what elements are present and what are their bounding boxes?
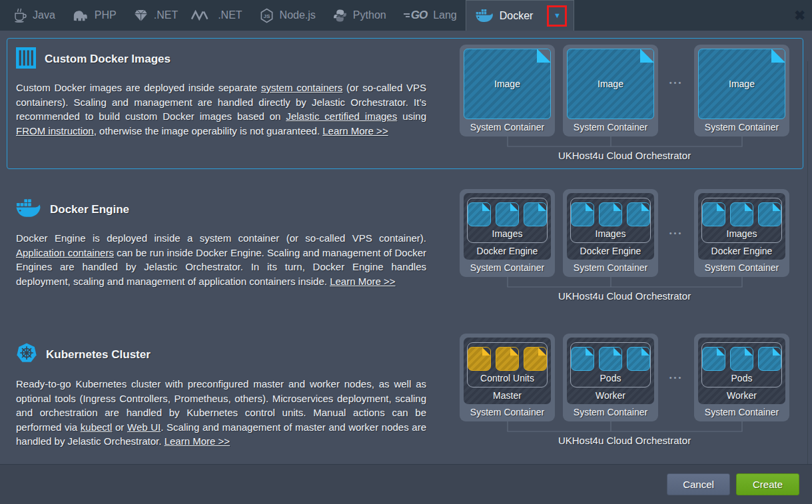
- tab-docker[interactable]: Docker ▼: [466, 0, 575, 31]
- tab-label: Node.js: [280, 9, 316, 21]
- tab-label: .NET: [218, 9, 242, 21]
- orchestrator-bracket: [507, 277, 743, 288]
- option-custom-docker-images[interactable]: Custom Docker Images Custom Docker image…: [7, 38, 803, 169]
- image-file-icon: [571, 202, 594, 226]
- text-link[interactable]: Web UI: [127, 421, 161, 433]
- image-file-icon: [496, 202, 519, 226]
- php-elephant-icon: [73, 9, 89, 22]
- image-file-icon: [599, 202, 622, 226]
- tab-label: .NET: [154, 9, 178, 21]
- close-icon[interactable]: ✖: [794, 7, 805, 23]
- text-run: or: [112, 421, 127, 433]
- runtime-tab-bar: Java PHP .NET: [0, 0, 812, 31]
- docker-engine-diagram: Images Docker Engine System Container: [459, 189, 790, 331]
- worker-node-box: Pods Worker: [567, 338, 654, 404]
- system-container-card: Pods Worker System Container: [563, 334, 658, 421]
- tab-dotnet[interactable]: .NET: [187, 0, 250, 31]
- chevron-down-icon[interactable]: ▼: [554, 12, 561, 19]
- image-file-icon: [702, 202, 725, 226]
- tab-label: Lang: [433, 9, 457, 21]
- tab-nodejs[interactable]: JS Node.js: [251, 0, 324, 31]
- control-unit-file-icon: [496, 347, 519, 371]
- text-link[interactable]: Learn More >>: [165, 435, 230, 447]
- custom-images-diagram: Image System Container Image System Cont…: [459, 45, 790, 168]
- section-title: Kubernetes Cluster: [46, 348, 151, 362]
- ellipsis-dots: •••: [666, 229, 686, 237]
- image-file-icon: [468, 202, 491, 226]
- system-container-card: Images Docker Engine System Container: [460, 189, 555, 277]
- section-title: Custom Docker Images: [45, 53, 171, 66]
- text-link[interactable]: Application containers: [16, 247, 114, 258]
- image-file-icon: [524, 202, 547, 226]
- section-description: Custom Docker images are deployed inside…: [16, 81, 426, 138]
- svg-text:JS: JS: [263, 13, 270, 19]
- create-button[interactable]: Create: [736, 473, 799, 495]
- page-fold-icon: [771, 49, 785, 63]
- tab-label: Java: [33, 9, 55, 21]
- docker-engine-box: Images Docker Engine: [464, 193, 551, 260]
- docker-engine-box: Images Docker Engine: [698, 193, 785, 260]
- tab-go-lang[interactable]: GO Lang: [395, 0, 466, 31]
- system-container-card: Image System Container: [563, 45, 658, 136]
- system-container-card: Pods Worker System Container: [694, 334, 789, 421]
- image-box: Image: [567, 49, 654, 119]
- kubernetes-icon: [16, 343, 37, 366]
- tab-label: PHP: [95, 9, 117, 21]
- orchestrator-bracket: [507, 136, 743, 147]
- tab-php[interactable]: PHP: [64, 0, 125, 31]
- pods-box: Pods: [570, 342, 651, 387]
- pod-file-icon: [599, 347, 622, 371]
- system-container-card: Images Docker Engine System Container: [563, 189, 658, 277]
- orchestrator-caption: UKHost4u Cloud Orchestrator: [558, 435, 691, 446]
- scrollbar[interactable]: [807, 61, 812, 464]
- text-link[interactable]: system containers: [261, 82, 342, 93]
- text-run: Docker Engine is deployed inside a syste…: [16, 232, 426, 244]
- dotnet-icon: [191, 10, 212, 21]
- docker-engine-box: Images Docker Engine: [567, 193, 654, 260]
- tab-java[interactable]: Java: [5, 0, 64, 31]
- ruby-gem-icon: [134, 9, 148, 22]
- docker-whale-icon: [476, 9, 494, 23]
- images-box: Images: [570, 198, 651, 243]
- page-fold-icon: [640, 49, 654, 63]
- pod-file-icon: [702, 347, 725, 371]
- kubernetes-diagram: Control Units Master System Container: [459, 334, 790, 464]
- section-title: Docker Engine: [50, 203, 129, 216]
- text-run: , otherwise the image operability is not…: [94, 125, 323, 136]
- tab-label: Docker: [500, 10, 534, 22]
- system-container-card: Images Docker Engine System Container: [694, 189, 789, 277]
- cancel-button[interactable]: Cancel: [667, 473, 730, 495]
- option-kubernetes-cluster[interactable]: Kubernetes Cluster Ready-to-go Kubernete…: [7, 331, 803, 464]
- master-node-box: Control Units Master: [464, 338, 551, 404]
- control-unit-file-icon: [468, 347, 491, 371]
- tab-ruby[interactable]: .NET: [125, 0, 187, 31]
- image-file-icon: [627, 202, 650, 226]
- text-link[interactable]: kubectl: [81, 421, 113, 433]
- section-description: Ready-to-go Kubernetes cluster with prec…: [16, 377, 426, 449]
- text-link[interactable]: Learn More >>: [330, 276, 395, 287]
- text-link[interactable]: FROM instruction: [16, 125, 94, 136]
- system-container-card: Image System Container: [460, 45, 555, 136]
- orchestrator-caption: UKHost4u Cloud Orchestrator: [558, 290, 691, 302]
- option-docker-engine[interactable]: Docker Engine Docker Engine is deployed …: [7, 186, 803, 331]
- custom-images-icon: [16, 47, 36, 71]
- worker-node-box: Pods Worker: [698, 338, 785, 404]
- pods-box: Pods: [701, 342, 782, 387]
- pod-file-icon: [627, 347, 650, 371]
- orchestrator-caption: UKHost4u Cloud Orchestrator: [558, 150, 691, 161]
- text-link[interactable]: Learn More >>: [322, 125, 388, 136]
- image-box: Image: [698, 49, 785, 119]
- image-box: Image: [464, 49, 551, 119]
- dialog-footer: Cancel Create: [0, 464, 812, 504]
- text-run: Custom Docker images are deployed inside…: [16, 82, 261, 93]
- ellipsis-dots: •••: [666, 79, 686, 87]
- system-container-card: Control Units Master System Container: [460, 334, 555, 421]
- system-container-card: Image System Container: [694, 45, 789, 136]
- page-fold-icon: [537, 49, 551, 63]
- tab-python[interactable]: Python: [324, 0, 395, 31]
- text-link[interactable]: Jelastic certified images: [286, 111, 397, 122]
- create-environment-dialog: Java PHP .NET: [0, 0, 812, 504]
- image-file-icon: [758, 202, 781, 226]
- nodejs-hexagon-icon: JS: [260, 8, 274, 23]
- orchestrator-bracket: [507, 421, 743, 432]
